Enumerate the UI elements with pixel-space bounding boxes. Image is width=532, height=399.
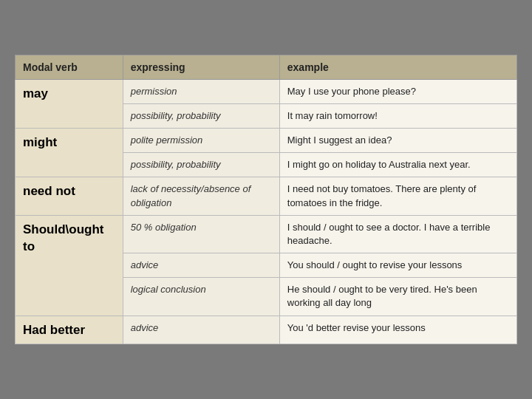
example-cell: He should / ought to be very tired. He's… xyxy=(279,278,516,316)
header-modal-verb: Modal verb xyxy=(16,55,123,79)
example-cell: Might I suggest an idea? xyxy=(279,128,516,152)
expressing-cell: possibility, probability xyxy=(123,103,279,128)
table-row: need notlack of necessity/absence of obl… xyxy=(16,177,517,215)
modal-verb-cell: need not xyxy=(16,177,123,215)
example-cell: I need not buy tomatoes. There are plent… xyxy=(279,177,516,215)
modal-verb-cell: Had better xyxy=(16,316,123,344)
example-cell: You should / ought to revise your lesson… xyxy=(279,253,516,278)
header-expressing: expressing xyxy=(123,55,279,79)
expressing-cell: polite permission xyxy=(123,128,279,152)
expressing-cell: 50 % obligation xyxy=(123,215,279,253)
example-cell: May I use your phone please? xyxy=(279,79,516,103)
expressing-cell: possibility, probability xyxy=(123,153,279,177)
example-cell: It may rain tomorrow! xyxy=(279,103,516,128)
expressing-cell: lack of necessity/absence of obligation xyxy=(123,177,279,215)
expressing-cell: permission xyxy=(123,79,279,103)
example-cell: I should / ought to see a doctor. I have… xyxy=(279,215,516,253)
table-row: maypermissionMay I use your phone please… xyxy=(16,79,517,103)
example-cell: I might go on holiday to Australia next … xyxy=(279,153,516,177)
modal-verb-cell: might xyxy=(16,128,123,177)
example-cell: You 'd better revise your lessons xyxy=(279,316,516,344)
table-row: Should\ought to50 % obligationI should /… xyxy=(16,215,517,253)
table-row: Had betteradviceYou 'd better revise you… xyxy=(16,316,517,344)
table-row: mightpolite permissionMight I suggest an… xyxy=(16,128,517,152)
modal-verb-cell: Should\ought to xyxy=(16,215,123,316)
modal-verbs-table: Modal verb expressing example maypermiss… xyxy=(15,55,517,345)
expressing-cell: advice xyxy=(123,316,279,344)
expressing-cell: logical conclusion xyxy=(123,278,279,316)
modal-verb-cell: may xyxy=(16,79,123,128)
expressing-cell: advice xyxy=(123,253,279,278)
header-example: example xyxy=(279,55,516,79)
